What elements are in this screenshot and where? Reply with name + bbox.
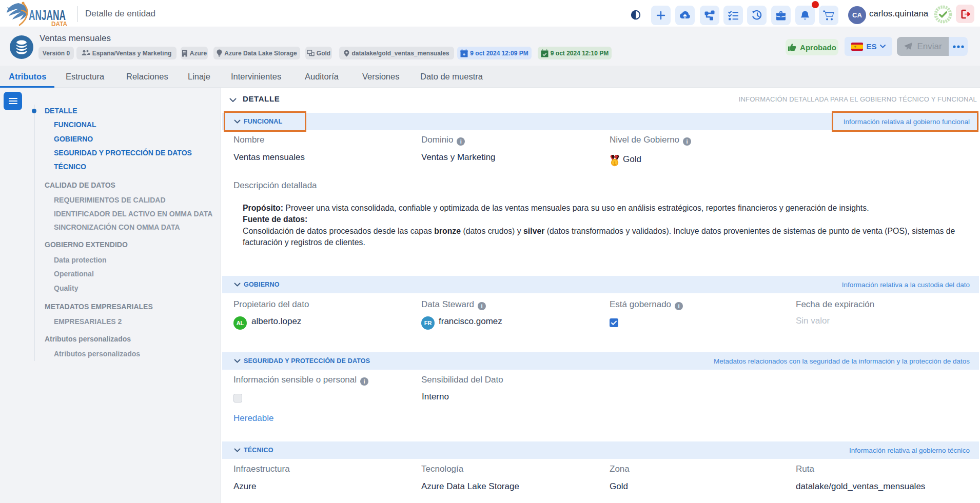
svg-text:DATA: DATA [51,20,68,28]
svg-text:1: 1 [613,160,616,166]
